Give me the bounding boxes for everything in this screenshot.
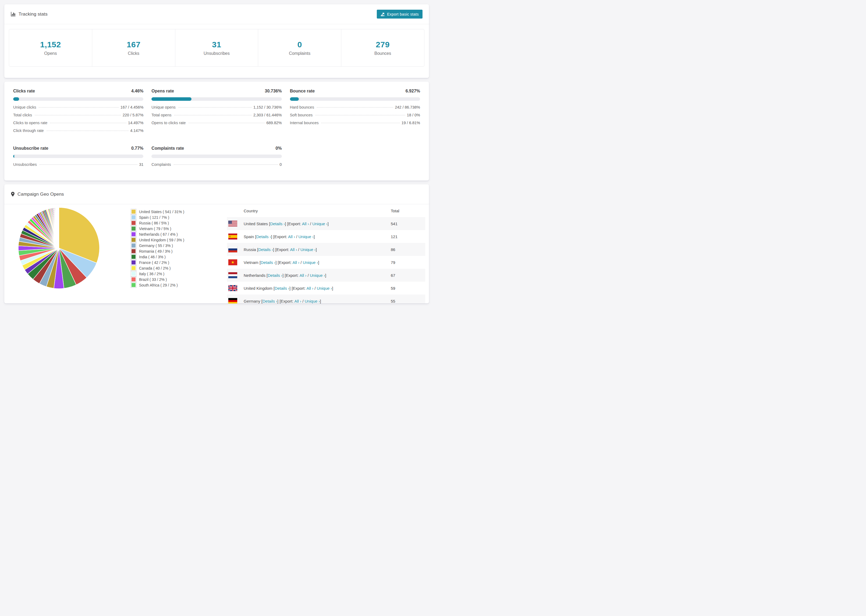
legend-item: Netherlands ( 67 / 4% ) — [131, 231, 219, 237]
export-all-link[interactable]: All › — [306, 286, 313, 291]
rate-title: Opens rate — [151, 89, 174, 94]
legend-swatch — [131, 220, 136, 226]
export-all-link[interactable]: All › — [299, 273, 307, 278]
rate-value: 0% — [276, 146, 282, 151]
rate-value: 30.736% — [265, 89, 282, 94]
rate-title-row: Complaints rate 0% — [151, 146, 282, 151]
country-column-header: Country — [244, 209, 391, 213]
export-basic-stats-button[interactable]: Export basic stats — [377, 10, 422, 19]
details-link[interactable]: Details › — [275, 286, 290, 291]
rate-detail-value: 689.82% — [266, 121, 282, 125]
rate-detail-row: Internal bounces 19 / 6.81% — [290, 121, 420, 129]
stat-box: 279 Bounces — [341, 29, 424, 66]
rate-detail-value: 14.497% — [128, 121, 143, 125]
legend-item: Russia ( 86 / 5% ) — [131, 220, 219, 226]
export-all-link[interactable]: All › — [293, 260, 299, 265]
export-prefix: [Export: — [279, 299, 293, 303]
geo-table-row: United Kingdom [Details ›] [Export: All … — [227, 282, 425, 295]
legend-label: Russia ( 86 / 5% ) — [139, 221, 169, 225]
geo-header: Campaign Geo Opens — [4, 184, 429, 204]
campaign-geo-opens-card: Campaign Geo Opens United States ( 541 /… — [4, 184, 429, 303]
slash: / — [296, 234, 297, 239]
export-all-link[interactable]: All › — [290, 247, 297, 252]
legend-item: United Kingdom ( 59 / 3% ) — [131, 237, 219, 243]
export-icon — [381, 12, 385, 16]
legend-label: South Africa ( 29 / 2% ) — [139, 283, 178, 287]
export-all-link[interactable]: All › — [288, 234, 295, 239]
total-column-header: Total — [391, 209, 425, 213]
rate-detail-value: 220 / 5.87% — [123, 113, 143, 117]
country-total: 79 — [391, 260, 425, 265]
details-link[interactable]: Details › — [263, 299, 277, 303]
rate-detail-label: Opens to clicks rate — [151, 121, 186, 125]
bracket: ] — [320, 299, 321, 303]
legend-label: Germany ( 55 / 3% ) — [139, 244, 173, 248]
legend-swatch — [131, 226, 136, 231]
details-link[interactable]: Details › — [258, 247, 273, 252]
legend-label: India ( 46 / 3% ) — [139, 255, 166, 259]
dotted-leader — [189, 123, 265, 123]
legend-item: Italy ( 36 / 2% ) — [131, 271, 219, 277]
rate-detail-row: Hard bounces 242 / 86.738% — [290, 105, 420, 113]
details-link[interactable]: Details › — [270, 222, 285, 226]
rate-detail-row: Click through rate 4.147% — [13, 129, 143, 136]
export-unique-link[interactable]: Unique › — [303, 260, 318, 265]
legend-swatch — [131, 237, 136, 243]
rate-title-row: Opens rate 30.736% — [151, 89, 282, 94]
details-link[interactable]: Details › — [261, 260, 276, 265]
rate-detail-label: Hard bounces — [290, 105, 314, 109]
pie-chart-svg[interactable] — [17, 206, 101, 290]
legend-swatch — [131, 259, 136, 265]
stat-label: Unsubscribes — [203, 51, 230, 56]
tracking-stats-header: Tracking stats Export basic stats — [4, 4, 429, 24]
export-unique-link[interactable]: Unique › — [298, 234, 313, 239]
stats-grid: 1,152 Opens 167 Clicks 31 Unsubscribes 0… — [9, 29, 424, 67]
country-name: Spain — [244, 234, 254, 239]
export-prefix: [Export: — [273, 234, 287, 239]
export-all-link[interactable]: All › — [302, 222, 309, 226]
country-flag-icon — [227, 285, 244, 291]
stat-label: Complaints — [289, 51, 310, 56]
country-total: 67 — [391, 273, 425, 278]
legend-label: Canada ( 40 / 2% ) — [139, 266, 171, 270]
country-name: Netherlands — [244, 273, 265, 278]
rate-title: Bounce rate — [290, 89, 315, 94]
geo-pie-chart[interactable] — [17, 206, 101, 303]
rate-detail-row: Clicks to opens rate 14.497% — [13, 121, 143, 129]
legend-swatch — [131, 282, 136, 288]
geo-table: Country Total United States [Details ›] … — [227, 204, 425, 303]
slash: / — [302, 299, 303, 303]
geo-table-row: United States [Details ›] [Export: All ›… — [227, 217, 425, 230]
rate-progress-bar — [151, 97, 282, 101]
dotted-leader — [35, 115, 121, 115]
country-total: 121 — [391, 234, 425, 239]
geo-title-text: Campaign Geo Opens — [17, 192, 64, 197]
export-all-link[interactable]: All › — [294, 299, 301, 303]
rate-detail-label: Click through rate — [13, 129, 44, 133]
export-unique-link[interactable]: Unique › — [317, 286, 332, 291]
tracking-stats-title-text: Tracking stats — [19, 11, 47, 17]
rate-card: Opens rate 30.736% Unique opens 1,152 / … — [151, 89, 282, 136]
export-prefix: [Export: — [276, 247, 290, 252]
export-unique-link[interactable]: Unique › — [310, 273, 325, 278]
rate-title-row: Bounce rate 6.927% — [290, 89, 420, 94]
stat-value: 0 — [298, 40, 302, 49]
rate-rows: Unique clicks 167 / 4.456% Total clicks … — [13, 105, 143, 136]
dotted-leader — [315, 115, 405, 115]
legend-label: United States ( 541 / 31% ) — [139, 210, 184, 214]
geo-table-row: Russia [Details ›] [Export: All › / Uniq… — [227, 243, 425, 256]
legend-label: France ( 42 / 2% ) — [139, 261, 169, 265]
country-name: United Kingdom — [244, 286, 272, 291]
country-flag-icon — [227, 247, 244, 252]
geo-table-row: Germany [Details ›] [Export: All › / Uni… — [227, 295, 425, 303]
details-link[interactable]: Details › — [268, 273, 282, 278]
export-unique-link[interactable]: Unique › — [301, 247, 316, 252]
rates-card: Clicks rate 4.46% Unique clicks 167 / 4.… — [4, 82, 429, 181]
dotted-leader — [50, 123, 126, 123]
legend-swatch — [131, 209, 136, 214]
export-unique-link[interactable]: Unique › — [312, 222, 328, 226]
rate-title-row: Unsubscribe rate 0.77% — [13, 146, 143, 151]
details-link[interactable]: Details › — [256, 234, 271, 239]
export-basic-stats-label: Export basic stats — [387, 12, 419, 16]
export-unique-link[interactable]: Unique › — [305, 299, 320, 303]
